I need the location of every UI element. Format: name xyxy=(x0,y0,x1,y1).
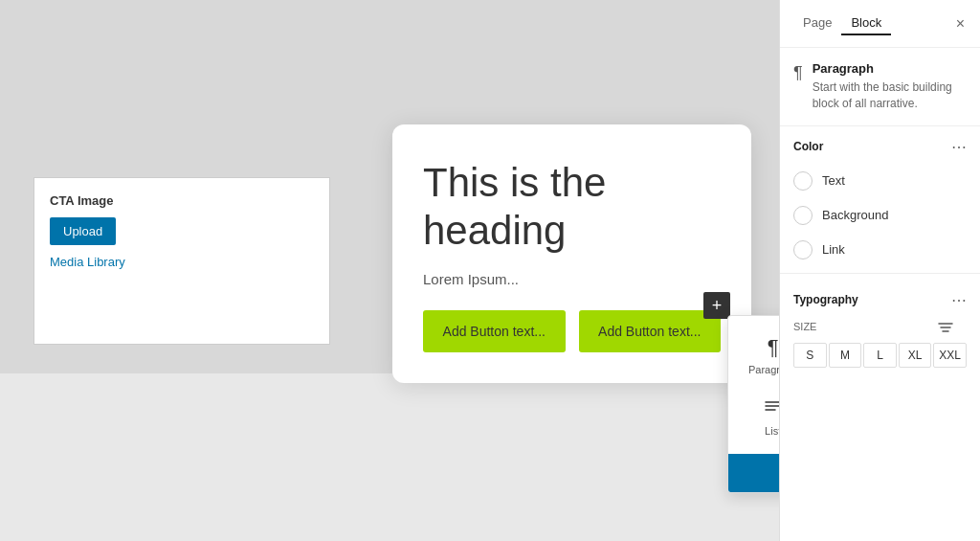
hero-card: This is the heading Lorem Ipsum... Add B… xyxy=(392,124,751,383)
inserter-label-paragraph: Paragraph xyxy=(748,364,779,375)
size-option-xl[interactable]: XL xyxy=(899,343,932,368)
typography-section: Typography ⋯ SIZE S M L XL XXL xyxy=(780,280,980,379)
typography-filter-button[interactable] xyxy=(938,321,967,337)
hero-body-text: Lorem Ipsum... xyxy=(423,271,721,287)
section-divider xyxy=(780,273,980,274)
link-color-label: Link xyxy=(822,242,845,257)
color-section-menu-button[interactable]: ⋯ xyxy=(951,138,967,156)
background-color-label: Background xyxy=(822,208,888,222)
cta-label: CTA Image xyxy=(50,193,314,208)
color-item-background[interactable]: Background xyxy=(780,198,980,233)
block-info-text: Paragraph Start with the basic building … xyxy=(813,61,967,112)
size-option-s[interactable]: S xyxy=(793,343,827,368)
color-section: Color ⋯ Text Background Link xyxy=(780,126,980,267)
background-color-circle xyxy=(793,206,813,225)
text-color-label: Text xyxy=(822,173,845,188)
inserter-item-list[interactable]: List xyxy=(736,387,779,446)
canvas-area: CTA Image Upload Media Library This is t… xyxy=(0,0,779,541)
size-header-row: SIZE xyxy=(780,317,980,343)
hero-button-1[interactable]: Add Button text... xyxy=(423,310,566,352)
size-options: S M L XL XXL xyxy=(780,343,980,379)
color-section-title: Color xyxy=(793,140,823,153)
color-section-header: Color ⋯ xyxy=(780,126,980,164)
size-option-l[interactable]: L xyxy=(863,343,897,368)
block-info-description: Start with the basic building block of a… xyxy=(813,79,967,112)
block-info: ¶ Paragraph Start with the basic buildin… xyxy=(780,48,980,126)
upload-button[interactable]: Upload xyxy=(50,217,116,245)
hero-heading: This is the heading xyxy=(423,159,721,256)
block-info-title: Paragraph xyxy=(813,61,967,76)
sidebar-header: Page Block × xyxy=(780,0,980,48)
size-option-xxl[interactable]: XXL xyxy=(933,343,967,368)
sidebar: Page Block × ¶ Paragraph Start with the … xyxy=(779,0,980,541)
inserter-item-paragraph[interactable]: ¶ Paragraph xyxy=(736,327,779,387)
add-block-button[interactable]: + xyxy=(703,292,730,319)
tab-block[interactable]: Block xyxy=(841,11,891,35)
typography-section-title: Typography xyxy=(793,293,858,306)
cta-image-block: CTA Image Upload Media Library xyxy=(33,177,330,345)
typography-section-menu-button[interactable]: ⋯ xyxy=(951,291,967,309)
list-icon xyxy=(763,396,779,419)
paragraph-block-icon: ¶ xyxy=(793,63,803,83)
color-item-link[interactable]: Link xyxy=(780,233,980,267)
hero-buttons: Add Button text... Add Button text... xyxy=(423,310,721,352)
block-inserter-popup: ¶ Paragraph Buttons xyxy=(727,315,779,493)
inserter-grid: ¶ Paragraph Buttons xyxy=(728,316,779,454)
size-label: SIZE xyxy=(793,321,816,332)
inserter-label-list: List xyxy=(765,425,779,437)
sidebar-tabs: Page Block xyxy=(793,11,891,35)
typography-section-header: Typography ⋯ xyxy=(780,280,980,317)
color-item-text[interactable]: Text xyxy=(780,164,980,198)
text-color-circle xyxy=(793,171,813,191)
browse-all-button[interactable]: Browse all xyxy=(728,454,779,492)
link-color-circle xyxy=(793,240,813,259)
tab-page[interactable]: Page xyxy=(793,11,841,35)
paragraph-icon: ¶ xyxy=(768,337,779,358)
size-option-m[interactable]: M xyxy=(829,343,862,368)
hero-button-2[interactable]: Add Button text... xyxy=(579,310,722,352)
media-library-link[interactable]: Media Library xyxy=(50,255,125,269)
close-button[interactable]: × xyxy=(954,13,967,34)
